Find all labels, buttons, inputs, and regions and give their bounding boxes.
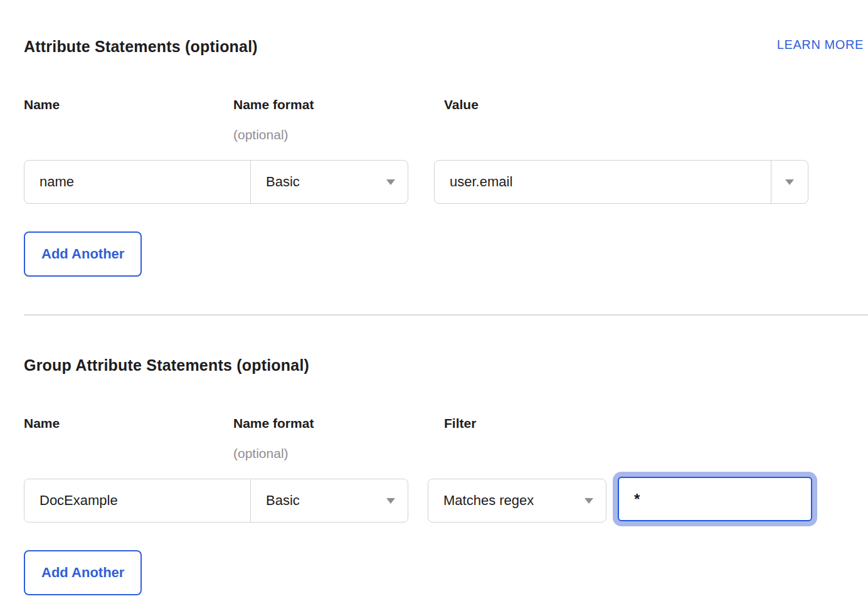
section-divider: [24, 314, 868, 316]
attribute-name-format-group: Basic: [24, 160, 408, 204]
group-filter-type-selected-value: Matches regex: [443, 492, 534, 509]
group-filter-group: Matches regex: [428, 479, 606, 523]
group-name-input[interactable]: [24, 479, 251, 523]
group-filter-value-input[interactable]: [618, 477, 812, 521]
name-format-column-label: Name format: [233, 97, 314, 112]
group-name-format-select[interactable]: Basic: [250, 479, 408, 523]
group-filter-type-select[interactable]: Matches regex: [428, 479, 606, 523]
attribute-name-format-select[interactable]: Basic: [250, 160, 408, 204]
attribute-statements-title: Attribute Statements (optional): [24, 38, 258, 56]
group-attribute-statements-title: Group Attribute Statements (optional): [24, 356, 309, 375]
attribute-value-input[interactable]: [434, 160, 771, 204]
attribute-statements-page: Attribute Statements (optional) LEARN MO…: [0, 0, 868, 611]
chevron-down-icon: [386, 179, 395, 185]
attribute-name-format-selected-value: Basic: [266, 174, 300, 190]
attribute-value-group: [434, 160, 808, 204]
group-name-format-optional-note: (optional): [233, 446, 288, 461]
chevron-down-icon: [785, 179, 794, 185]
attribute-value-dropdown-button[interactable]: [771, 160, 808, 204]
group-name-column-label: Name: [24, 416, 60, 431]
group-name-format-group: Basic: [24, 479, 408, 523]
name-format-optional-note: (optional): [233, 127, 288, 142]
add-another-attribute-button[interactable]: Add Another: [24, 231, 142, 277]
chevron-down-icon: [585, 498, 593, 504]
name-column-label: Name: [24, 97, 60, 112]
chevron-down-icon: [386, 498, 395, 504]
learn-more-link[interactable]: LEARN MORE: [777, 38, 864, 52]
group-name-format-selected-value: Basic: [266, 492, 300, 509]
add-another-group-attribute-button[interactable]: Add Another: [24, 550, 142, 595]
group-name-format-column-label: Name format: [233, 416, 314, 431]
value-column-label: Value: [444, 97, 479, 112]
attribute-name-input[interactable]: [24, 160, 251, 204]
filter-column-label: Filter: [444, 416, 476, 431]
